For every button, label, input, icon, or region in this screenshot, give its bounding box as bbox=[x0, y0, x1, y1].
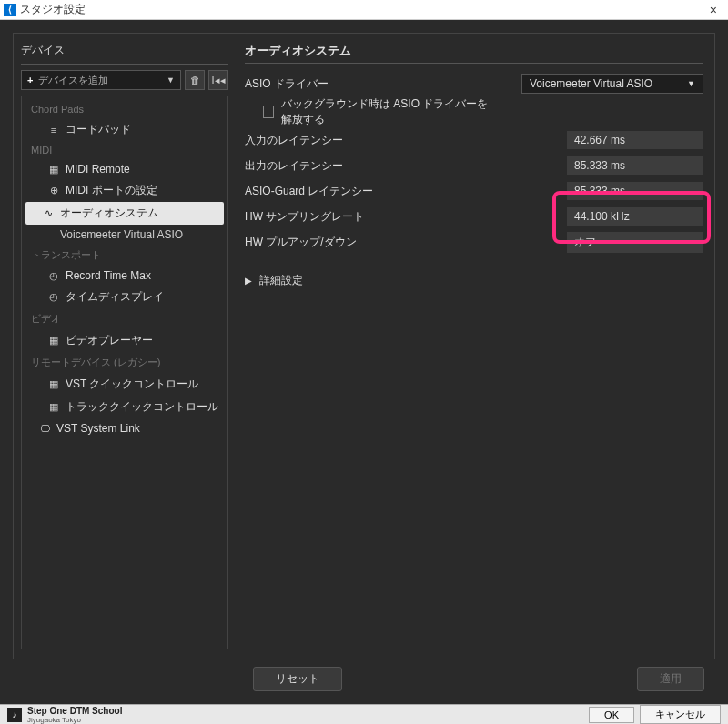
tree-label: Voicemeeter Virtual ASIO bbox=[60, 228, 183, 241]
asio-guard-label: ASIO-Guard レイテンシー bbox=[245, 184, 490, 199]
dropdown-value: Voicemeeter Virtual ASIO bbox=[530, 77, 652, 90]
group-video: ビデオ bbox=[22, 308, 228, 329]
chord-icon: ≡ bbox=[47, 124, 60, 136]
asio-driver-dropdown[interactable]: Voicemeeter Virtual ASIO ▼ bbox=[521, 74, 703, 94]
tree-label: コードパッド bbox=[66, 122, 131, 137]
tree-label: トラッククイックコントロール bbox=[66, 399, 218, 415]
device-icon: ▦ bbox=[47, 378, 60, 391]
rewind-icon: I◂◂ bbox=[211, 75, 225, 86]
sidebar: デバイス + デバイスを追加 ▼ 🗑 I◂◂ Chord Pads ≡ コード bbox=[14, 34, 234, 659]
cancel-button[interactable]: キャンセル bbox=[640, 705, 721, 724]
tree-item-midi-remote[interactable]: ▦ MIDI Remote bbox=[22, 159, 228, 179]
tree-label: MIDI Remote bbox=[66, 163, 130, 176]
advanced-label: 詳細設定 bbox=[259, 273, 303, 288]
caret-down-icon: ▼ bbox=[687, 79, 695, 88]
group-transport: トランスポート bbox=[22, 245, 228, 266]
app-icon: ⟨ bbox=[4, 4, 16, 16]
footer-buttons: リセット 適用 bbox=[13, 659, 715, 691]
tree-item-video-player[interactable]: ▦ ビデオプレーヤー bbox=[22, 329, 228, 352]
triangle-right-icon: ▶ bbox=[245, 276, 252, 286]
group-chord-pads: Chord Pads bbox=[22, 100, 228, 118]
input-latency-label: 入力のレイテンシー bbox=[245, 133, 490, 148]
brand-name: Step One DTM School bbox=[27, 706, 122, 716]
bg-release-checkbox[interactable] bbox=[263, 106, 274, 118]
hw-sample-rate-label: HW サンプリングレート bbox=[245, 209, 490, 225]
panel: デバイス + デバイスを追加 ▼ 🗑 I◂◂ Chord Pads ≡ コード bbox=[13, 33, 715, 659]
trash-icon: 🗑 bbox=[190, 75, 200, 85]
tree-item-midi-port[interactable]: ⊕ MIDI ポートの設定 bbox=[22, 179, 228, 202]
tree-label: VST クイックコントロール bbox=[66, 377, 198, 392]
reset-button[interactable]: リセット bbox=[253, 667, 342, 691]
reset-order-button[interactable]: I◂◂ bbox=[208, 70, 228, 90]
asio-driver-label: ASIO ドライバー bbox=[245, 76, 490, 92]
tree-item-audio-system[interactable]: オーディオシステム bbox=[25, 202, 224, 225]
add-device-label: デバイスを追加 bbox=[38, 74, 108, 87]
window-title: スタジオ設定 bbox=[20, 2, 86, 17]
tree-item-vst-quick[interactable]: ▦ VST クイックコントロール bbox=[22, 373, 228, 396]
group-midi: MIDI bbox=[22, 141, 228, 159]
hw-pullup-label: HW プルアップ/ダウン bbox=[245, 235, 490, 250]
tree-label: タイムディスプレイ bbox=[66, 289, 164, 305]
group-remote: リモートデバイス (レガシー) bbox=[22, 352, 228, 373]
globe-icon: ⊕ bbox=[47, 185, 60, 197]
film-icon: ▦ bbox=[47, 335, 60, 347]
tree-item-record-time-max[interactable]: ◴ Record Time Max bbox=[22, 266, 228, 286]
delete-button[interactable]: 🗑 bbox=[185, 70, 205, 90]
titlebar: ⟨ スタジオ設定 × bbox=[0, 0, 728, 20]
brand-logo: ♪ Step One DTM School Jiyugaoka Tokyo bbox=[7, 706, 122, 724]
input-latency-value: 42.667 ms bbox=[567, 131, 703, 149]
waveform-icon bbox=[42, 207, 55, 220]
hw-pullup-value: オフ bbox=[567, 232, 703, 253]
brand-sub: Jiyugaoka Tokyo bbox=[27, 716, 122, 724]
tree-label: ビデオプレーヤー bbox=[66, 333, 153, 348]
brand-icon: ♪ bbox=[7, 708, 22, 722]
output-latency-label: 出力のレイテンシー bbox=[245, 158, 490, 174]
tree-label: MIDI ポートの設定 bbox=[66, 183, 157, 198]
sidebar-header: デバイス bbox=[21, 43, 228, 58]
body: デバイス + デバイスを追加 ▼ 🗑 I◂◂ Chord Pads ≡ コード bbox=[0, 20, 728, 704]
close-button[interactable]: × bbox=[703, 3, 724, 17]
monitor-icon: 🖵 bbox=[38, 422, 51, 435]
midi-remote-icon: ▦ bbox=[47, 163, 60, 176]
caret-down-icon: ▼ bbox=[167, 75, 175, 85]
device-icon: ▦ bbox=[47, 401, 60, 414]
tree-item-track-quick[interactable]: ▦ トラッククイックコントロール bbox=[22, 396, 228, 418]
tree-item-time-display[interactable]: ◴ タイムディスプレイ bbox=[22, 286, 228, 308]
plus-icon: + bbox=[27, 75, 33, 85]
hw-sample-rate-value: 44.100 kHz bbox=[567, 207, 703, 226]
main-content: オーディオシステム ASIO ドライバー Voicemeeter Virtual… bbox=[234, 34, 714, 659]
bg-release-label: バックグラウンド時は ASIO ドライバーを解放する bbox=[281, 96, 490, 127]
clock-icon: ◴ bbox=[47, 291, 60, 304]
device-tree: Chord Pads ≡ コードパッド MIDI ▦ MIDI Remote ⊕… bbox=[21, 96, 228, 649]
asio-guard-value: 85.333 ms bbox=[567, 182, 703, 200]
studio-setup-window: ⟨ スタジオ設定 × デバイス + デバイスを追加 ▼ 🗑 I◂◂ bbox=[0, 0, 728, 724]
tree-item-chord-pad[interactable]: ≡ コードパッド bbox=[22, 118, 228, 141]
tree-label: Record Time Max bbox=[66, 269, 151, 282]
os-task-bar: ♪ Step One DTM School Jiyugaoka Tokyo OK… bbox=[0, 704, 728, 724]
add-device-dropdown[interactable]: + デバイスを追加 ▼ bbox=[21, 70, 181, 90]
main-title: オーディオシステム bbox=[245, 43, 703, 59]
ok-button[interactable]: OK bbox=[589, 707, 634, 723]
tree-item-voicemeeter[interactable]: Voicemeeter Virtual ASIO bbox=[22, 225, 228, 245]
tree-item-vst-system-link[interactable]: 🖵 VST System Link bbox=[22, 418, 228, 438]
clock-icon: ◴ bbox=[47, 269, 60, 282]
advanced-settings-toggle[interactable]: ▶ 詳細設定 bbox=[245, 273, 703, 288]
tree-label: オーディオシステム bbox=[60, 206, 158, 221]
tree-label: VST System Link bbox=[56, 422, 140, 435]
apply-button[interactable]: 適用 bbox=[637, 667, 704, 691]
output-latency-value: 85.333 ms bbox=[567, 156, 703, 175]
